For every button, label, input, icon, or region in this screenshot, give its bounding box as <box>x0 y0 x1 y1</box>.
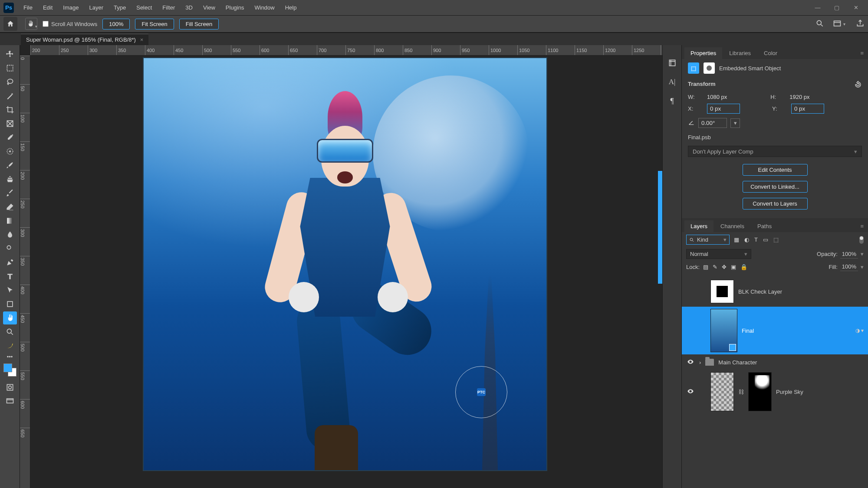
vertical-scrollbar[interactable] <box>658 171 662 284</box>
character-panel-icon[interactable]: A| <box>667 76 678 88</box>
fill-value[interactable]: 100% <box>840 262 858 271</box>
clone-stamp-tool-icon[interactable] <box>3 173 17 186</box>
filter-type-icon[interactable]: T <box>754 236 758 243</box>
canvas-area[interactable]: ≪ 20025030035040045050055060065070075080… <box>20 45 662 488</box>
menu-layer[interactable]: Layer <box>85 2 108 13</box>
window-close-icon[interactable]: ✕ <box>847 2 865 14</box>
dodge-tool-icon[interactable] <box>3 242 17 255</box>
height-value[interactable]: 1920 px <box>789 94 809 100</box>
foreground-color-swatch[interactable] <box>3 364 12 372</box>
filter-shape-icon[interactable]: ▭ <box>763 236 768 243</box>
tab-layers[interactable]: Layers <box>684 220 713 232</box>
document-canvas[interactable]: PTC <box>144 58 546 470</box>
blur-tool-icon[interactable] <box>3 228 17 241</box>
brush-tool-icon[interactable] <box>3 159 17 172</box>
lasso-tool-icon[interactable] <box>3 75 17 88</box>
layer-thumbnail[interactable] <box>710 280 734 303</box>
search-icon[interactable] <box>815 19 824 29</box>
tab-properties[interactable]: Properties <box>684 47 722 59</box>
tab-channels[interactable]: Channels <box>714 220 750 232</box>
filter-toggle-icon[interactable] <box>859 236 864 244</box>
app-logo[interactable]: Ps <box>3 3 14 13</box>
history-brush-tool-icon[interactable] <box>3 187 17 200</box>
layer-row-purple-sky[interactable]: ⛓ Purple Sky <box>682 370 868 413</box>
quick-mask-icon[interactable] <box>3 381 17 394</box>
menu-help[interactable]: Help <box>281 2 301 13</box>
crop-tool-icon[interactable] <box>3 103 17 116</box>
marquee-tool-icon[interactable] <box>3 62 17 75</box>
opacity-value[interactable]: 100% <box>840 250 858 259</box>
screen-mode-icon[interactable] <box>3 395 17 408</box>
menu-plugins[interactable]: Plugins <box>221 2 249 13</box>
layers-panel-menu-icon[interactable]: ≡ <box>856 220 868 232</box>
edit-contents-button[interactable]: Edit Contents <box>743 164 808 176</box>
lock-transparency-icon[interactable]: ▨ <box>703 264 708 270</box>
fit-screen-button[interactable]: Fit Screen <box>135 19 174 29</box>
mask-thumbnail[interactable] <box>748 372 772 411</box>
width-value[interactable]: 1080 px <box>707 94 727 100</box>
menu-window[interactable]: Window <box>250 2 279 13</box>
hand-tool-icon[interactable] <box>3 311 17 324</box>
x-input[interactable] <box>707 104 740 114</box>
workspace-switcher-icon[interactable]: ▾ <box>833 20 845 28</box>
healing-brush-tool-icon[interactable] <box>3 145 17 158</box>
menu-file[interactable]: File <box>19 2 37 13</box>
filter-adjustment-icon[interactable]: ◐ <box>744 236 749 243</box>
y-input[interactable] <box>791 104 824 114</box>
window-restore-icon[interactable]: ▢ <box>828 2 845 14</box>
lock-pixels-icon[interactable]: ✎ <box>713 264 717 270</box>
angle-dropdown-icon[interactable]: ▾ <box>730 118 740 128</box>
layer-row-blk-check[interactable]: BLK Check Layer <box>682 276 868 307</box>
home-button[interactable] <box>3 17 17 31</box>
layer-row-final[interactable]: Final ◑ ▾ <box>682 307 868 354</box>
filter-pixel-icon[interactable]: ▦ <box>734 236 739 243</box>
layer-name[interactable]: Final <box>742 328 851 334</box>
tab-color[interactable]: Color <box>758 47 783 59</box>
panel-menu-icon[interactable]: ≡ <box>856 47 868 59</box>
angle-input[interactable] <box>698 118 727 128</box>
edit-toolbar-icon[interactable]: ••• <box>3 353 17 360</box>
color-swatches[interactable] <box>3 364 16 377</box>
menu-3d[interactable]: 3D <box>181 2 197 13</box>
blend-mode-dropdown[interactable]: Normal▾ <box>686 249 751 259</box>
close-tab-icon[interactable]: × <box>140 36 144 43</box>
layer-comp-dropdown[interactable]: Don't Apply Layer Comp▾ <box>688 146 862 157</box>
layer-thumbnail[interactable] <box>710 372 734 411</box>
menu-select[interactable]: Select <box>132 2 156 13</box>
move-tool-icon[interactable] <box>3 48 17 61</box>
mask-link-icon[interactable]: ⛓ <box>738 389 744 395</box>
zoom-tool-icon[interactable] <box>3 325 17 338</box>
fill-screen-button[interactable]: Fill Screen <box>179 19 219 29</box>
banana-tool-icon[interactable] <box>3 339 17 352</box>
magic-wand-tool-icon[interactable] <box>3 89 17 102</box>
layer-filter-dropdown[interactable]: Kind ▾ <box>686 235 730 245</box>
gradient-tool-icon[interactable] <box>3 214 17 227</box>
layer-name[interactable]: Main Character <box>718 359 864 366</box>
lock-artboard-icon[interactable]: ▣ <box>731 264 736 270</box>
zoom-100-button[interactable]: 100% <box>102 19 130 29</box>
visibility-toggle-icon[interactable] <box>686 358 695 367</box>
lock-all-icon[interactable]: 🔒 <box>740 264 747 270</box>
group-expand-icon[interactable]: › <box>699 359 701 366</box>
path-selection-tool-icon[interactable] <box>3 284 17 297</box>
menu-filter[interactable]: Filter <box>158 2 179 13</box>
menu-image[interactable]: Image <box>59 2 83 13</box>
hand-tool-icon[interactable]: ▾ <box>25 18 37 30</box>
window-minimize-icon[interactable]: — <box>809 2 826 14</box>
document-tab[interactable]: Super Woman.psd @ 165% (Final, RGB/8*) × <box>21 34 148 45</box>
layer-thumbnail[interactable] <box>710 309 737 352</box>
tab-paths[interactable]: Paths <box>751 220 778 232</box>
filter-smartobject-icon[interactable]: ⬚ <box>773 236 779 243</box>
visibility-toggle-icon[interactable] <box>686 388 695 396</box>
scroll-all-windows-checkbox[interactable]: Scroll All Windows <box>43 21 97 27</box>
eraser-tool-icon[interactable] <box>3 200 17 213</box>
convert-to-layers-button[interactable]: Convert to Layers <box>743 198 808 210</box>
shape-tool-icon[interactable] <box>3 298 17 311</box>
paragraph-panel-icon[interactable]: ¶ <box>667 95 678 107</box>
eyedropper-tool-icon[interactable] <box>3 131 17 144</box>
history-panel-icon[interactable] <box>667 57 678 69</box>
reset-transform-icon[interactable] <box>854 81 862 88</box>
lock-position-icon[interactable]: ✥ <box>722 264 727 270</box>
frame-tool-icon[interactable] <box>3 117 17 130</box>
layer-name[interactable]: Purple Sky <box>776 389 864 395</box>
